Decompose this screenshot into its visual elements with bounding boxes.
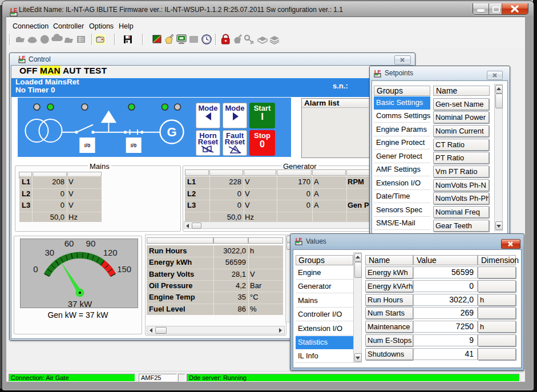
svg-text:60: 60 bbox=[64, 239, 74, 248]
svg-text:150: 150 bbox=[117, 264, 131, 274]
svg-text:0: 0 bbox=[33, 264, 38, 274]
svg-text:30: 30 bbox=[45, 248, 54, 257]
svg-text:37 kW: 37 kW bbox=[68, 299, 92, 308]
svg-text:I/0: I/0 bbox=[84, 142, 91, 148]
svg-text:90: 90 bbox=[86, 239, 96, 248]
svg-text:120: 120 bbox=[103, 248, 118, 257]
svg-text:I/0: I/0 bbox=[131, 142, 137, 148]
svg-text:G: G bbox=[167, 125, 176, 139]
